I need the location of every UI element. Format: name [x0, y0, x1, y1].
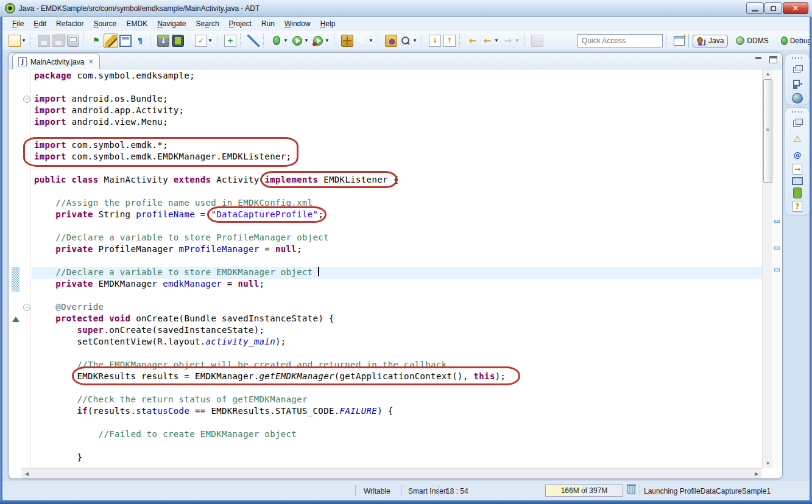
minimize-button[interactable] — [746, 2, 764, 14]
code-line[interactable]: if(results.statusCode == EMDKResults.STA… — [32, 406, 762, 418]
code-line[interactable]: protected void onCreate(Bundle savedInst… — [32, 313, 762, 325]
avd-manager-button[interactable] — [171, 33, 185, 48]
horizontal-scrollbar[interactable]: ◀ ▶ — [21, 468, 762, 478]
run-last-dropdown-icon[interactable]: ▼ — [324, 38, 330, 43]
perspective-ddms-button[interactable]: DDMS — [732, 35, 772, 47]
new-class-dropdown-icon[interactable]: ▼ — [368, 38, 374, 43]
last-edit-location-button[interactable]: ← — [465, 33, 480, 48]
menu-project[interactable]: Project — [224, 18, 256, 29]
titlebar[interactable]: Java - EMDKSample/src/com/symbol/emdksam… — [0, 0, 812, 17]
code-line[interactable]: } — [32, 452, 762, 464]
code-line[interactable] — [32, 383, 762, 394]
lint-check-button[interactable]: ✓▼ — [194, 33, 214, 48]
menu-source[interactable]: Source — [88, 18, 121, 29]
prev-annotation-button[interactable]: ↑ — [442, 33, 457, 48]
code-line[interactable]: setContentView(R.layout.activity_main); — [32, 337, 762, 348]
print-button[interactable] — [66, 33, 80, 48]
back-button[interactable]: ←▼ — [480, 33, 501, 48]
menu-file[interactable]: File — [7, 18, 29, 29]
code-line[interactable]: //Declare a variable to store ProfileMan… — [32, 233, 762, 244]
overview-ruler[interactable] — [772, 69, 782, 468]
restore-view-icon[interactable] — [791, 116, 804, 130]
minimize-editor-icon[interactable] — [755, 56, 762, 63]
scroll-down-icon[interactable]: ▼ — [763, 459, 773, 468]
toggle-annotations-button[interactable] — [246, 33, 261, 48]
debug-button[interactable]: ▼ — [269, 33, 290, 48]
code-line[interactable] — [32, 348, 762, 360]
restore-view-icon[interactable] — [791, 63, 804, 75]
code-line[interactable]: @Override — [32, 302, 762, 313]
new-xml-button[interactable]: + — [223, 33, 238, 48]
code-line[interactable] — [32, 163, 762, 175]
code-line[interactable]: //Assign the profile name used in EMDKCo… — [32, 198, 762, 209]
show-view-button[interactable] — [118, 33, 133, 48]
tab-close-icon[interactable]: ✕ — [88, 58, 93, 66]
code-area[interactable]: package com.symbol.emdksample;import and… — [32, 69, 762, 468]
format-button[interactable]: ¶ — [133, 33, 147, 48]
menu-refactor[interactable]: Refactor — [51, 18, 88, 29]
code-line[interactable]: //Failed to create EMDKManager object — [32, 429, 762, 441]
vertical-scrollbar-thumb[interactable] — [763, 79, 772, 183]
perspective-debug-button[interactable]: Debug — [777, 35, 812, 47]
code-line[interactable] — [32, 290, 762, 302]
menu-help[interactable]: Help — [316, 18, 341, 29]
new-java-project-button[interactable] — [340, 33, 355, 48]
code-line[interactable]: import com.symbol.emdk.*; — [32, 140, 762, 152]
mark-occurrences-button[interactable]: ⚑ — [89, 33, 104, 48]
menu-emdk[interactable]: EMDK — [121, 18, 152, 29]
code-line[interactable] — [32, 441, 762, 452]
open-perspective-icon[interactable] — [674, 36, 685, 46]
declaration-view-icon[interactable]: → — [793, 164, 802, 175]
fold-collapse-icon[interactable]: − — [23, 304, 30, 311]
lint-check-dropdown-icon[interactable]: ▼ — [207, 38, 213, 43]
code-line[interactable]: import android.os.Bundle; — [32, 94, 762, 105]
graphical-editor-button[interactable] — [104, 33, 118, 48]
new-class-button[interactable]: C▼ — [355, 33, 375, 48]
perspective-java-button[interactable]: J Java — [693, 35, 728, 47]
code-line[interactable]: super.onCreate(savedInstanceState); — [32, 325, 762, 337]
drag-handle[interactable] — [792, 111, 803, 113]
quick-access-input[interactable] — [577, 34, 663, 47]
code-line[interactable] — [32, 221, 762, 233]
outline-view-icon[interactable] — [791, 78, 804, 91]
logcat-view-icon[interactable] — [793, 187, 802, 198]
search-dropdown-icon[interactable]: ▼ — [412, 38, 418, 43]
next-annotation-button[interactable]: ↓ — [428, 33, 442, 48]
overview-marker[interactable] — [774, 268, 780, 271]
code-line[interactable] — [32, 256, 762, 267]
new-wizard-dropdown-icon[interactable]: ▼ — [21, 38, 27, 43]
scroll-right-icon[interactable]: ▶ — [752, 469, 761, 478]
tasks-view-icon[interactable]: ? — [793, 201, 802, 212]
menu-navigate[interactable]: Navigate — [152, 18, 191, 29]
back-dropdown-icon[interactable]: ▼ — [493, 38, 500, 43]
scroll-up-icon[interactable]: ▲ — [763, 69, 773, 79]
sdk-manager-button[interactable]: ↓ — [156, 33, 171, 48]
fold-collapse-icon[interactable]: − — [23, 96, 30, 103]
run-button[interactable]: ▼ — [290, 33, 311, 48]
close-button[interactable]: ✕ — [783, 2, 808, 14]
problems-view-icon[interactable]: ⚠ — [791, 132, 804, 145]
menu-run[interactable]: Run — [256, 18, 280, 29]
javadoc-view-icon[interactable]: @ — [791, 148, 804, 161]
run-dropdown-icon[interactable]: ▼ — [303, 38, 309, 43]
overview-marker[interactable] — [774, 247, 780, 250]
maximize-button[interactable] — [764, 2, 782, 14]
code-line[interactable] — [32, 186, 762, 198]
garbage-collect-icon[interactable] — [627, 486, 635, 494]
code-line[interactable] — [32, 128, 762, 140]
code-line[interactable]: import android.app.Activity; — [32, 105, 762, 117]
overview-marker[interactable] — [774, 220, 780, 223]
code-line[interactable]: private String profileName = "DataCaptur… — [32, 209, 762, 221]
code-line[interactable]: //Check the return status of getEMDKMana… — [32, 394, 762, 406]
new-wizard-button[interactable]: ▼ — [7, 33, 28, 48]
code-line[interactable] — [32, 82, 762, 94]
code-line[interactable]: import com.symbol.emdk.EMDKManager.EMDKL… — [32, 152, 762, 163]
code-line[interactable]: import android.view.Menu; — [32, 117, 762, 128]
code-line[interactable]: private ProfileManager mProfileManager =… — [32, 244, 762, 256]
menu-edit[interactable]: Edit — [29, 18, 51, 29]
code-line[interactable]: private EMDKManager emdkManager = null; — [32, 279, 762, 290]
forward-dropdown-icon[interactable]: ▼ — [514, 38, 520, 43]
search-button[interactable]: ▼ — [398, 33, 419, 48]
tab-mainactivity[interactable]: J MainActivity.java ✕ — [12, 54, 100, 69]
vertical-scrollbar[interactable]: ▲ ▼ — [762, 69, 772, 468]
